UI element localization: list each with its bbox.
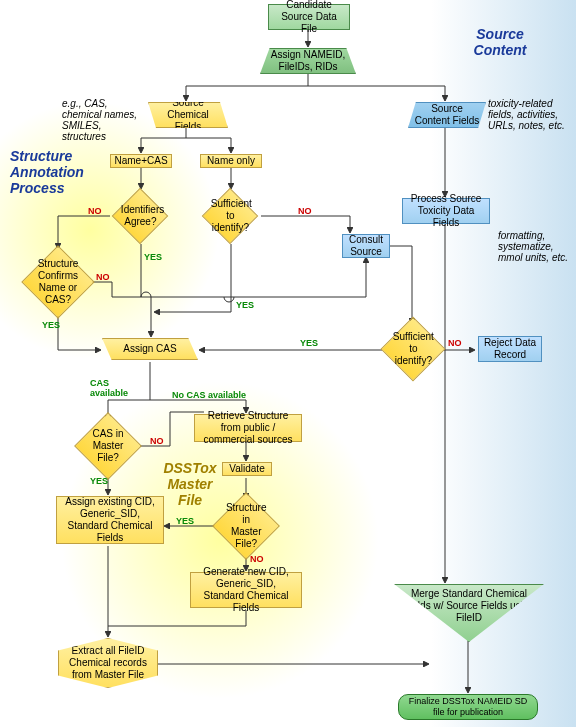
- lbl-yes-5: YES: [90, 476, 108, 486]
- title-right: Source Content: [460, 26, 540, 58]
- node-src-cont: Source Content Fields: [408, 102, 486, 128]
- node-assign-ids: Assign NAMEID, FileIDs, RIDs: [260, 48, 356, 74]
- lbl-no-3: NO: [96, 272, 110, 282]
- node-assign-exist: Assign existing CID, Generic_SID, Standa…: [56, 496, 164, 544]
- lbl-no-5: NO: [150, 436, 164, 446]
- node-name-cas: Name+CAS: [110, 154, 172, 168]
- note-fmt: formatting, systematize, mmol units, etc…: [498, 230, 570, 263]
- node-final: Finalize DSSTox NAMEID SD file for publi…: [398, 694, 538, 720]
- node-gen-new: Generate new CID, Generic_SID, Standard …: [190, 572, 302, 608]
- node-retrieve: Retrieve Structure from public / commerc…: [194, 414, 302, 442]
- node-process-tox: Process Source Toxicity Data Fields: [402, 198, 490, 224]
- lbl-no-1: NO: [88, 206, 102, 216]
- lbl-no-cas: No CAS available: [172, 390, 246, 400]
- note-chem: e.g., CAS, chemical names, SMILES, struc…: [62, 98, 146, 142]
- lbl-no-4: NO: [448, 338, 462, 348]
- title-master: DSSTox Master File: [155, 460, 225, 508]
- node-consult: Consult Source: [342, 234, 390, 258]
- lbl-yes-4: YES: [300, 338, 318, 348]
- lbl-no-2: NO: [298, 206, 312, 216]
- lbl-cas-av: CAS available: [90, 378, 136, 398]
- node-src-chem: Source Chemical Fields: [148, 102, 228, 128]
- note-tox: toxicity-related fields, activities, URL…: [488, 98, 574, 131]
- lbl-yes-6: YES: [176, 516, 194, 526]
- node-start: Candidate Source Data File: [268, 4, 350, 30]
- node-name-only: Name only: [200, 154, 262, 168]
- node-reject: Reject Data Record: [478, 336, 542, 362]
- lbl-yes-2: YES: [236, 300, 254, 310]
- lbl-yes-3: YES: [42, 320, 60, 330]
- lbl-no-6: NO: [250, 554, 264, 564]
- node-validate: Validate: [222, 462, 272, 476]
- lbl-yes-1: YES: [144, 252, 162, 262]
- node-assign-cas: Assign CAS: [102, 338, 198, 360]
- title-left: Structure Annotation Process: [10, 148, 100, 196]
